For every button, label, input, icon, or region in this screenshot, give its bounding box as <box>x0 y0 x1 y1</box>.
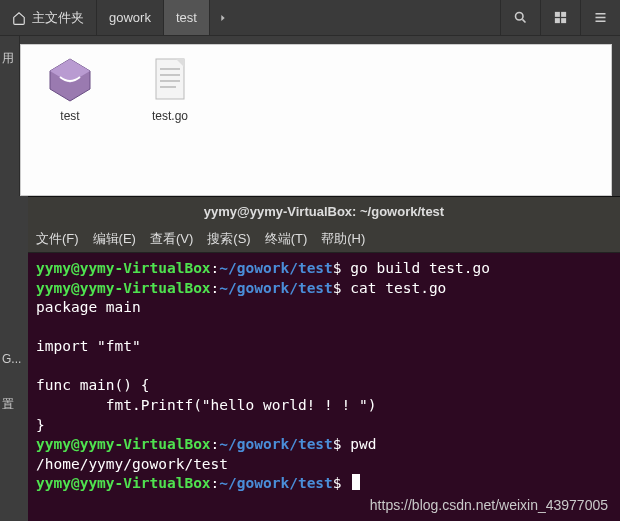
terminal-output: } <box>36 417 45 433</box>
menu-search[interactable]: 搜索(S) <box>207 230 250 248</box>
sidebar-partial-label: 置 <box>2 396 14 413</box>
terminal-command: cat test.go <box>350 280 446 296</box>
terminal-command: go build test.go <box>350 260 490 276</box>
breadcrumb-next[interactable] <box>210 0 236 35</box>
search-button[interactable] <box>500 0 540 35</box>
menu-view[interactable]: 查看(V) <box>150 230 193 248</box>
search-icon <box>513 10 528 25</box>
terminal-window: yymy@yymy-VirtualBox: ~/gowork/test 文件(F… <box>28 196 620 521</box>
menu-terminal[interactable]: 终端(T) <box>265 230 308 248</box>
prompt-user: yymy@yymy-VirtualBox <box>36 260 211 276</box>
binary-file-icon <box>46 55 94 103</box>
terminal-output: func main() { <box>36 377 150 393</box>
sidebar-partial-label: G... <box>2 352 21 366</box>
breadcrumb-home[interactable]: 主文件夹 <box>0 0 97 35</box>
menu-file[interactable]: 文件(F) <box>36 230 79 248</box>
file-item-binary[interactable]: test <box>35 55 105 123</box>
svg-rect-2 <box>555 12 560 17</box>
terminal-output: package main <box>36 299 141 315</box>
file-manager-toolbar: 主文件夹 gowork test <box>0 0 620 36</box>
terminal-output: import "fmt" <box>36 338 141 354</box>
menu-help[interactable]: 帮助(H) <box>321 230 365 248</box>
hamburger-icon <box>593 10 608 25</box>
prompt-path: ~/gowork/test <box>219 260 333 276</box>
breadcrumb-home-label: 主文件夹 <box>32 9 84 27</box>
view-toggle-button[interactable] <box>540 0 580 35</box>
prompt-symbol: $ <box>333 260 342 276</box>
svg-line-1 <box>522 19 525 22</box>
watermark: https://blog.csdn.net/weixin_43977005 <box>370 496 608 515</box>
breadcrumb: 主文件夹 gowork test <box>0 0 500 35</box>
text-file-icon <box>146 55 194 103</box>
file-manager-body: test test.go <box>0 36 620 196</box>
breadcrumb-item-test[interactable]: test <box>164 0 210 35</box>
terminal-cursor <box>352 474 360 490</box>
grid-icon <box>553 10 568 25</box>
menu-edit[interactable]: 编辑(E) <box>93 230 136 248</box>
terminal-output: fmt.Printf("hello world! ! ! ") <box>36 397 376 413</box>
svg-rect-4 <box>555 18 560 23</box>
breadcrumb-label: test <box>176 10 197 25</box>
file-item-text[interactable]: test.go <box>135 55 205 123</box>
terminal-menubar: 文件(F) 编辑(E) 查看(V) 搜索(S) 终端(T) 帮助(H) <box>28 225 620 253</box>
terminal-body[interactable]: yymy@yymy-VirtualBox:~/gowork/test$ go b… <box>28 253 620 521</box>
file-manager-content[interactable]: test test.go <box>20 44 612 196</box>
home-icon <box>12 11 26 25</box>
breadcrumb-label: gowork <box>109 10 151 25</box>
terminal-output: /home/yymy/gowork/test <box>36 456 228 472</box>
svg-rect-3 <box>561 12 566 17</box>
svg-point-0 <box>516 13 524 21</box>
sidebar-partial-label: 用 <box>2 50 14 67</box>
svg-rect-11 <box>156 59 184 99</box>
breadcrumb-item-gowork[interactable]: gowork <box>97 0 164 35</box>
terminal-command: pwd <box>350 436 376 452</box>
menu-button[interactable] <box>580 0 620 35</box>
file-label: test.go <box>135 109 205 123</box>
svg-rect-5 <box>561 18 566 23</box>
chevron-right-icon <box>218 13 228 23</box>
toolbar-right <box>500 0 620 35</box>
file-label: test <box>35 109 105 123</box>
terminal-title: yymy@yymy-VirtualBox: ~/gowork/test <box>28 197 620 225</box>
